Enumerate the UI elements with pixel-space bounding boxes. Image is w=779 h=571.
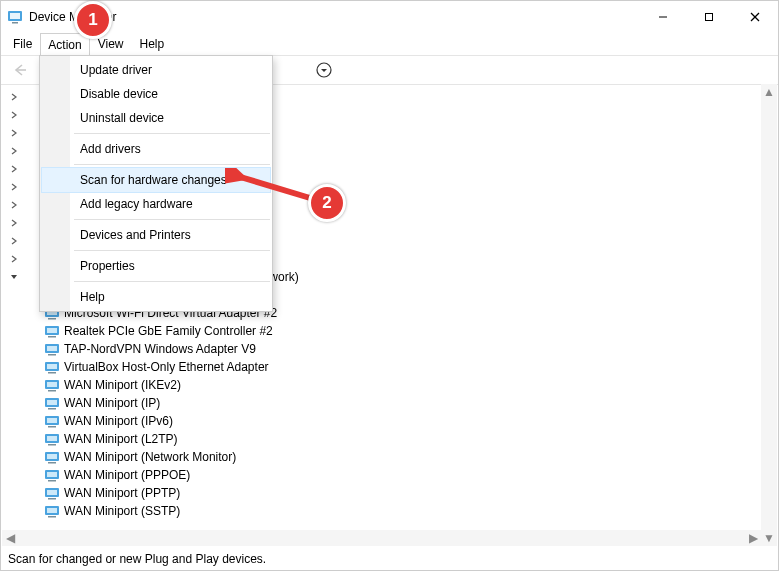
svg-rect-18 [48,336,56,338]
svg-rect-21 [48,354,56,356]
tree-item-adapter[interactable]: WAN Miniport (Network Monitor) [44,448,777,466]
svg-rect-47 [47,508,57,513]
minimize-button[interactable] [640,1,686,33]
network-adapter-icon [44,377,60,393]
chevron-right-icon[interactable] [8,181,20,193]
svg-rect-35 [47,436,57,441]
scroll-down-icon[interactable]: ▼ [761,530,777,546]
chevron-right-icon[interactable] [8,235,20,247]
tree-item-adapter[interactable]: WAN Miniport (IPv6) [44,412,777,430]
menuitem-help[interactable]: Help [42,285,270,309]
menuitem-add-legacy-hardware[interactable]: Add legacy hardware [42,192,270,216]
menubar: File Action View Help [1,33,778,56]
vertical-scrollbar[interactable]: ▲ ▼ [761,84,777,546]
chevron-right-icon[interactable] [8,91,20,103]
maximize-button[interactable] [686,1,732,33]
tree-item-label: TAP-NordVPN Windows Adapter V9 [64,342,256,356]
tree-item-label: WAN Miniport (SSTP) [64,504,180,518]
network-adapter-icon [44,323,60,339]
menuitem-properties[interactable]: Properties [42,254,270,278]
tree-item-adapter[interactable]: TAP-NordVPN Windows Adapter V9 [44,340,777,358]
menuitem-uninstall-device[interactable]: Uninstall device [42,106,270,130]
chevron-right-icon[interactable] [8,127,20,139]
network-adapter-icon [44,485,60,501]
chevron-right-icon[interactable] [8,163,20,175]
tree-item-label: Realtek PCIe GbE Family Controller #2 [64,324,273,338]
menu-action[interactable]: Action [40,33,89,56]
svg-rect-27 [48,390,56,392]
statusbar: Scan for changed or new Plug and Play de… [2,548,777,570]
menuitem-scan-hardware-changes[interactable]: Scan for hardware changes [42,168,270,192]
svg-rect-26 [47,382,57,387]
annotation-badge-2: 2 [308,184,346,222]
svg-rect-24 [48,372,56,374]
menu-separator [74,164,270,165]
svg-rect-48 [48,516,56,518]
tree-item-label: WAN Miniport (IP) [64,396,160,410]
chevron-down-icon[interactable] [8,271,20,283]
network-adapter-icon [44,413,60,429]
tree-item-adapter[interactable]: WAN Miniport (L2TP) [44,430,777,448]
toolbar-action-button[interactable] [313,59,335,81]
close-button[interactable] [732,1,778,33]
menuitem-update-driver[interactable]: Update driver [42,58,270,82]
status-text: Scan for changed or new Plug and Play de… [8,552,266,566]
chevron-right-icon[interactable] [8,145,20,157]
svg-rect-36 [48,444,56,446]
svg-rect-15 [48,318,56,320]
menu-separator [74,281,270,282]
tree-item-label: WAN Miniport (IPv6) [64,414,173,428]
scroll-right-icon[interactable]: ▶ [745,530,761,546]
tree-item-adapter[interactable]: WAN Miniport (PPPOE) [44,466,777,484]
svg-rect-1 [10,13,20,19]
tree-item-adapter[interactable]: Realtek PCIe GbE Family Controller #2 [44,322,777,340]
tree-item-adapter[interactable]: WAN Miniport (SSTP) [44,502,777,520]
svg-rect-20 [47,346,57,351]
horizontal-scrollbar[interactable]: ◀ ▶ [2,530,761,546]
svg-rect-32 [47,418,57,423]
menuitem-disable-device[interactable]: Disable device [42,82,270,106]
menu-file[interactable]: File [5,33,40,55]
tree-item-label: WAN Miniport (L2TP) [64,432,178,446]
tree-item-adapter[interactable]: WAN Miniport (IP) [44,394,777,412]
tree-item-label: WAN Miniport (IKEv2) [64,378,181,392]
chevron-right-icon[interactable] [8,253,20,265]
chevron-right-icon[interactable] [8,199,20,211]
action-menu-dropdown: Update driver Disable device Uninstall d… [39,55,273,312]
svg-rect-29 [47,400,57,405]
menuitem-add-drivers[interactable]: Add drivers [42,137,270,161]
scroll-left-icon[interactable]: ◀ [2,530,18,546]
tree-item-adapter[interactable]: VirtualBox Host-Only Ethernet Adapter [44,358,777,376]
menu-separator [74,250,270,251]
menuitem-devices-printers[interactable]: Devices and Printers [42,223,270,247]
svg-rect-30 [48,408,56,410]
menu-help[interactable]: Help [132,33,173,55]
svg-rect-39 [48,462,56,464]
svg-rect-4 [706,14,713,21]
tree-item-adapter[interactable]: WAN Miniport (IKEv2) [44,376,777,394]
network-adapter-icon [44,431,60,447]
tree-item-label: VirtualBox Host-Only Ethernet Adapter [64,360,269,374]
svg-rect-42 [48,480,56,482]
scroll-up-icon[interactable]: ▲ [761,84,777,100]
network-adapter-icon [44,341,60,357]
chevron-right-icon[interactable] [8,217,20,229]
svg-rect-2 [12,22,18,24]
svg-rect-41 [47,472,57,477]
app-icon [7,9,23,25]
chevron-right-icon[interactable] [8,109,20,121]
tree-item-label: WAN Miniport (PPPOE) [64,468,190,482]
svg-rect-45 [48,498,56,500]
tree-item-label: WAN Miniport (Network Monitor) [64,450,236,464]
svg-rect-38 [47,454,57,459]
network-adapter-icon [44,359,60,375]
network-adapter-icon [44,449,60,465]
tree-item-label: WAN Miniport (PPTP) [64,486,180,500]
svg-rect-23 [47,364,57,369]
back-button[interactable] [9,59,31,81]
network-adapter-icon [44,503,60,519]
device-manager-window: Device Manager File Action View Help [0,0,779,571]
svg-rect-17 [47,328,57,333]
network-adapter-icon [44,395,60,411]
tree-item-adapter[interactable]: WAN Miniport (PPTP) [44,484,777,502]
